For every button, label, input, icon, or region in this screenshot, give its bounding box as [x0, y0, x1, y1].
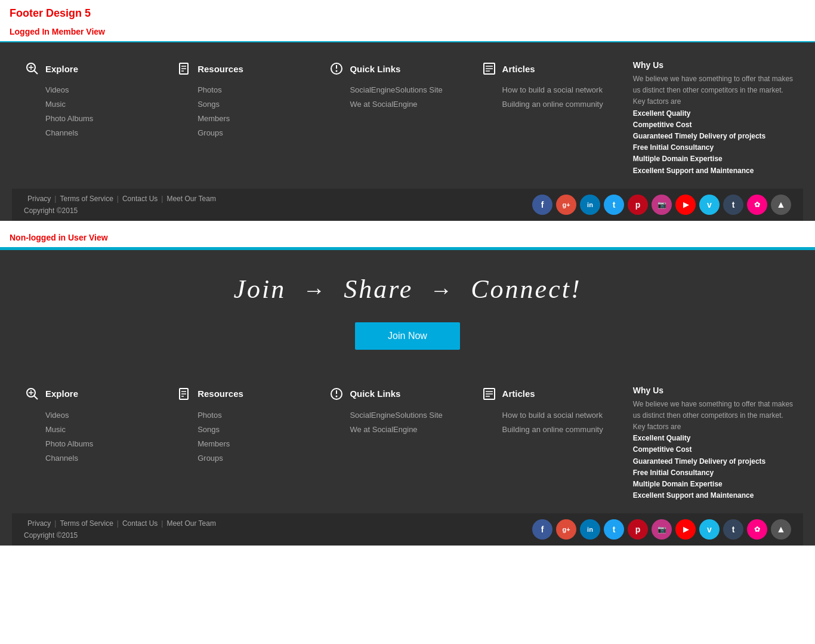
- resources-groups-link[interactable]: Groups: [197, 128, 223, 137]
- svg-line-1: [34, 70, 38, 74]
- resources-icon-2: [176, 386, 193, 402]
- explore-icon: [24, 60, 41, 77]
- article-social-network-link[interactable]: How to build a social network: [502, 85, 603, 94]
- join-section: Join → Share → Connect! Join Now: [0, 248, 815, 368]
- meet-team-link-1[interactable]: Meet Our Team: [163, 195, 219, 203]
- why-us-text-2: We believe we have something to offer th…: [633, 399, 794, 502]
- quicklinks-we-at-se-2[interactable]: We at SocialEngine: [350, 425, 417, 434]
- instagram-icon-2[interactable]: 📷: [652, 519, 672, 540]
- explore-channels-link-2[interactable]: Channels: [45, 454, 78, 463]
- pinterest-icon-1[interactable]: p: [628, 195, 648, 215]
- resources-songs-link-2[interactable]: Songs: [197, 425, 220, 434]
- linkedin-icon-2[interactable]: in: [580, 519, 600, 540]
- contact-link-2[interactable]: Contact Us: [119, 519, 161, 528]
- join-now-button[interactable]: Join Now: [355, 322, 460, 350]
- explore-channels-link[interactable]: Channels: [45, 128, 78, 137]
- svg-line-16: [34, 396, 38, 399]
- linkedin-icon-1[interactable]: in: [580, 195, 600, 215]
- footer-bottom-bar-2: Privacy | Terms of Service | Contact Us …: [12, 513, 803, 546]
- tos-link-1[interactable]: Terms of Service: [56, 195, 116, 203]
- resources-column: Resources Photos Songs Members Groups: [167, 60, 319, 177]
- explore-photoalbums-link-2[interactable]: Photo Albums: [45, 439, 93, 448]
- twitter-icon-1[interactable]: t: [604, 195, 624, 215]
- svg-point-25: [336, 395, 338, 397]
- articles-icon: [481, 60, 498, 77]
- quicklinks-se-site-2[interactable]: SocialEngineSolutions Site: [350, 411, 442, 420]
- page-title: Footer Design 5: [0, 0, 815, 22]
- quicklinks-title: Quick Links: [350, 64, 400, 74]
- quicklinks-title-2: Quick Links: [350, 389, 400, 399]
- quicklinks-we-at-se[interactable]: We at SocialEngine: [350, 100, 417, 109]
- why-us-column: Why Us We believe we have something to o…: [624, 60, 803, 177]
- resources-title-2: Resources: [197, 389, 243, 399]
- footer-non-logged: Explore Videos Music Photo Albums Channe…: [0, 368, 815, 546]
- articles-icon-2: [481, 386, 498, 402]
- gplus-icon-1[interactable]: g+: [556, 195, 576, 215]
- pinterest-icon-2[interactable]: p: [628, 519, 648, 540]
- articles-column: Articles How to build a social network B…: [472, 60, 624, 177]
- flickr-icon-2[interactable]: ✿: [747, 519, 767, 540]
- article-online-community-link[interactable]: Building an online community: [502, 100, 603, 109]
- contact-link-1[interactable]: Contact Us: [119, 195, 161, 203]
- quicklinks-icon: [328, 60, 345, 77]
- explore-videos-link[interactable]: Videos: [45, 85, 69, 94]
- facebook-icon-1[interactable]: f: [532, 195, 552, 215]
- resources-songs-link[interactable]: Songs: [197, 100, 220, 109]
- scrolltop-btn-1[interactable]: ▲: [771, 195, 791, 215]
- resources-column-2: Resources Photos Songs Members Groups: [167, 386, 319, 502]
- tos-link-2[interactable]: Terms of Service: [56, 519, 116, 528]
- tumblr-icon-1[interactable]: t: [723, 195, 743, 215]
- footer-columns-2: Explore Videos Music Photo Albums Channe…: [12, 386, 803, 514]
- explore-music-link[interactable]: Music: [45, 100, 66, 109]
- why-us-text: We believe we have something to offer th…: [633, 73, 794, 177]
- explore-column-2: Explore Videos Music Photo Albums Channe…: [12, 386, 167, 502]
- why-us-column-2: Why Us We believe we have something to o…: [624, 386, 803, 502]
- vimeo-icon-1[interactable]: v: [699, 195, 720, 215]
- social-icons-2: f g+ in t p 📷 ▶ v t ✿ ▲: [532, 519, 791, 540]
- resources-photos-link-2[interactable]: Photos: [197, 411, 221, 420]
- resources-icon: [176, 60, 193, 77]
- article-online-community-link-2[interactable]: Building an online community: [502, 425, 603, 434]
- twitter-icon-2[interactable]: t: [604, 519, 624, 540]
- quicklinks-column-2: Quick Links SocialEngineSolutions Site W…: [319, 386, 471, 502]
- vimeo-icon-2[interactable]: v: [699, 519, 720, 540]
- quicklinks-se-site[interactable]: SocialEngineSolutions Site: [350, 85, 442, 94]
- why-us-title: Why Us: [633, 60, 794, 70]
- quicklinks-column: Quick Links SocialEngineSolutions Site W…: [319, 60, 471, 177]
- explore-title-2: Explore: [45, 389, 78, 399]
- articles-title-2: Articles: [502, 389, 535, 399]
- privacy-link-1[interactable]: Privacy: [24, 195, 54, 203]
- resources-groups-link-2[interactable]: Groups: [197, 454, 223, 463]
- youtube-icon-2[interactable]: ▶: [675, 519, 696, 540]
- privacy-link-2[interactable]: Privacy: [24, 519, 54, 528]
- scrolltop-btn-2[interactable]: ▲: [771, 519, 791, 540]
- join-headline: Join → Share → Connect!: [12, 274, 803, 304]
- resources-members-link[interactable]: Members: [197, 114, 230, 123]
- gplus-icon-2[interactable]: g+: [556, 519, 576, 540]
- copyright-2: Copyright ©2015: [24, 531, 220, 540]
- tumblr-icon-2[interactable]: t: [723, 519, 743, 540]
- flickr-icon-1[interactable]: ✿: [747, 195, 767, 215]
- explore-title: Explore: [45, 64, 78, 74]
- resources-photos-link[interactable]: Photos: [197, 85, 221, 94]
- facebook-icon-2[interactable]: f: [532, 519, 552, 540]
- why-us-title-2: Why Us: [633, 386, 794, 395]
- meet-team-link-2[interactable]: Meet Our Team: [163, 519, 219, 528]
- logged-in-label: Logged In Member View: [0, 22, 815, 42]
- explore-photoalbums-link[interactable]: Photo Albums: [45, 114, 93, 123]
- article-social-network-link-2[interactable]: How to build a social network: [502, 411, 603, 420]
- explore-column: Explore Videos Music Photo Albums Channe…: [12, 60, 167, 177]
- instagram-icon-1[interactable]: 📷: [652, 195, 672, 215]
- resources-members-link-2[interactable]: Members: [197, 439, 230, 448]
- svg-point-10: [336, 70, 338, 72]
- footer-logged-in: Explore Videos Music Photo Albums Channe…: [0, 42, 815, 221]
- footer-bottom-bar-1: Privacy | Terms of Service | Contact Us …: [12, 189, 803, 221]
- explore-videos-link-2[interactable]: Videos: [45, 411, 69, 420]
- articles-column-2: Articles How to build a social network B…: [472, 386, 624, 502]
- quicklinks-icon-2: [328, 386, 345, 402]
- explore-music-link-2[interactable]: Music: [45, 425, 66, 434]
- copyright-1: Copyright ©2015: [24, 207, 220, 215]
- resources-title: Resources: [197, 64, 243, 74]
- footer-columns: Explore Videos Music Photo Albums Channe…: [12, 60, 803, 189]
- youtube-icon-1[interactable]: ▶: [675, 195, 696, 215]
